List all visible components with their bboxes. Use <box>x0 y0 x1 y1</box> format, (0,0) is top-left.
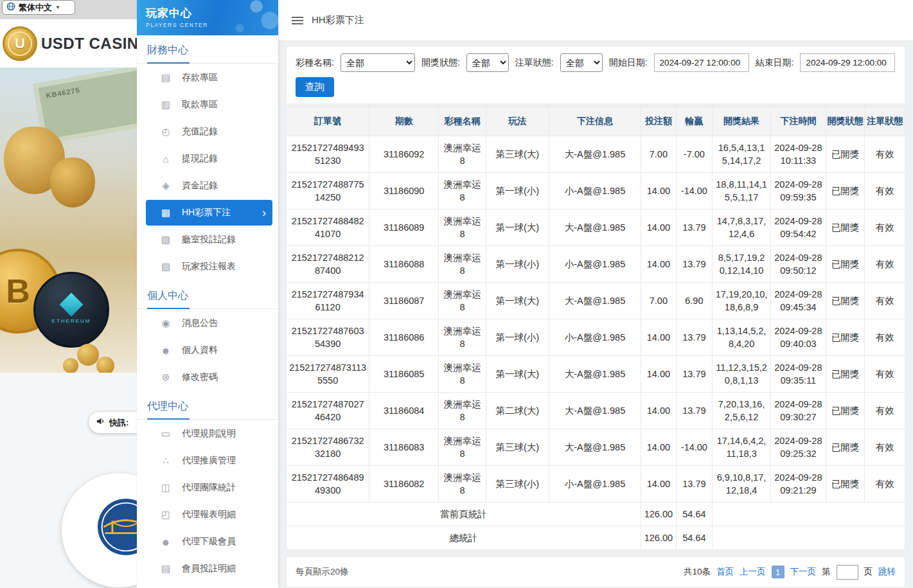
menu-section-title: 個人中心 <box>137 281 278 309</box>
cell-draw-status: 已開獎 <box>826 393 865 429</box>
sidebar-item-label: 提現記錄 <box>182 153 218 165</box>
lottery-bet-icon: ▦ <box>160 207 172 218</box>
sidebar-item-label: 玩家投注報表 <box>182 261 236 272</box>
ethereum-label: ETHEREUM <box>52 318 91 324</box>
sidebar-header: 玩家中心 PLAYERS CENTER <box>137 0 278 35</box>
sidebar-item-announcements[interactable]: ◉消息公告 <box>146 310 272 336</box>
menu-toggle-icon[interactable] <box>292 20 303 21</box>
prev-page-link[interactable]: 上一页 <box>740 566 766 578</box>
table-row: 215217274884824107031186089澳洲幸运8第一球(大)大-… <box>287 209 905 246</box>
sidebar-item-change-password[interactable]: ⊛修改密碼 <box>146 364 272 390</box>
lottery-filter-select[interactable]: 全部 <box>341 53 415 72</box>
chevron-right-icon: › <box>262 207 266 218</box>
sidebar-item-profile[interactable]: ☻個人資料 <box>146 337 272 363</box>
cell-order-status: 有效 <box>865 283 905 319</box>
sidebar-item-withdraw[interactable]: ▥取款專區 <box>146 92 272 118</box>
next-page-link[interactable]: 下一页 <box>790 566 817 578</box>
sidebar-subtitle: PLAYERS CENTER <box>146 22 278 28</box>
sidebar-item-agent-promotion[interactable]: ∴代理推廣管理 <box>146 448 272 474</box>
sidebar-item-room-bet-record[interactable]: ▧廳室投註記錄 <box>146 227 272 253</box>
sidebar-item-recharge-record[interactable]: ◴充值記錄 <box>146 119 272 145</box>
table-row: 215217274882128740031186088澳洲幸运8第一球(小)小-… <box>287 246 905 283</box>
sidebar-item-agent-members[interactable]: ☻代理下級會員 <box>146 529 272 555</box>
cell-result: 7,20,13,16,2,5,6,12 <box>713 393 771 429</box>
cell-time: 2024-09-28 09:59:35 <box>770 173 826 209</box>
current-page-indicator[interactable]: 1 <box>772 566 784 578</box>
sidebar-item-label: 消息公告 <box>182 317 218 329</box>
filter-panel: 彩種名稱: 全部 開獎狀態: 全部 注單狀態: 全部 開始日期: 結束日期: 查… <box>286 46 905 104</box>
table-row: 215217274873113555031186085澳洲幸运8第一球(大)大-… <box>287 356 905 393</box>
page-summary-row: 當前頁統計 126.00 54.64 <box>287 503 905 526</box>
sidebar-item-withdrawal-record[interactable]: ⌂提現記錄 <box>146 146 272 172</box>
page-summary-label: 當前頁統計 <box>287 503 641 526</box>
sidebar-item-label: 廳室投註記錄 <box>182 234 236 245</box>
cell-bet-info: 大-A盤@1.985 <box>549 356 641 393</box>
cell-order-status: 有效 <box>865 356 905 393</box>
page-summary-empty <box>713 503 905 526</box>
cell-result: 6,9,10,8,17,12,18,4 <box>713 466 771 503</box>
sidebar-item-label: 代理報表明細 <box>182 509 236 521</box>
first-page-link[interactable]: 首页 <box>716 566 734 578</box>
cell-time: 2024-09-28 09:45:34 <box>770 283 826 319</box>
cell-order-status: 有效 <box>865 246 905 283</box>
cell-order: 2152172748949351230 <box>287 136 369 173</box>
cell-draw-status: 已開獎 <box>826 466 865 503</box>
language-selector[interactable]: 繁体中文 ▼ <box>2 0 75 15</box>
money-bag-image <box>50 157 95 208</box>
sidebar-item-member-transaction-detail[interactable]: ▭會員交易明細 <box>146 583 272 588</box>
column-header: 下注時間 <box>770 107 826 136</box>
cell-result: 8,5,17,19,20,12,14,10 <box>713 246 771 283</box>
sidebar-item-member-bet-detail[interactable]: ▤會員投註明細 <box>146 556 272 582</box>
news-ticker[interactable]: 快訊: <box>89 412 137 433</box>
cell-play: 第二球(大) <box>486 393 549 429</box>
sidebar-item-funds-record[interactable]: ◈資金記錄 <box>146 173 272 199</box>
bets-table: 訂單號期數彩種名稱玩法下注信息投注額輸贏開獎結果下注時間開獎狀態注單狀態 215… <box>286 107 905 550</box>
column-header: 投注額 <box>641 107 677 136</box>
cell-draw-status: 已開獎 <box>826 283 865 319</box>
cell-order: 2152172748648949300 <box>287 466 369 503</box>
cell-period: 31186090 <box>369 173 439 209</box>
column-header: 下注信息 <box>549 107 641 136</box>
sidebar-item-label: 個人資料 <box>182 344 218 356</box>
cell-time: 2024-09-28 09:40:03 <box>770 319 826 356</box>
end-date-input[interactable] <box>800 53 895 72</box>
cell-order-status: 有效 <box>865 173 905 209</box>
cell-play: 第一球(小) <box>486 319 549 356</box>
cell-period: 31186083 <box>369 429 439 466</box>
cell-amount: 7.00 <box>641 136 677 173</box>
sidebar-item-agent-rules[interactable]: ▭代理規則說明 <box>146 421 272 447</box>
cell-bet-info: 大-A盤@1.985 <box>549 393 641 429</box>
draw-status-filter-select[interactable]: 全部 <box>466 53 509 72</box>
cell-draw-status: 已開獎 <box>826 136 865 173</box>
sidebar-item-deposit[interactable]: ▤存款專區 <box>146 65 272 91</box>
cell-time: 2024-09-28 09:25:32 <box>770 429 826 466</box>
jump-suffix-label: 页 <box>864 566 873 578</box>
cell-order-status: 有效 <box>865 209 905 246</box>
cell-order: 2152172748821287400 <box>287 246 369 283</box>
sidebar-item-hh-lottery-bet[interactable]: ▦HH彩票下注› <box>146 200 272 226</box>
sidebar-item-agent-team-stats[interactable]: ◫代理團隊統計 <box>146 475 272 501</box>
column-header: 輸贏 <box>676 107 713 136</box>
jump-button[interactable]: 跳转 <box>878 566 896 578</box>
page-summary-winloss: 54.64 <box>676 503 713 526</box>
chart-icon: ◫ <box>160 482 172 494</box>
cell-amount: 14.00 <box>641 246 677 283</box>
cell-lottery: 澳洲幸运8 <box>439 429 486 466</box>
sidebar-item-agent-report-detail[interactable]: ◰代理報表明細 <box>146 502 272 528</box>
cell-bet-info: 大-A盤@1.985 <box>549 283 641 319</box>
order-status-filter-select[interactable]: 全部 <box>560 53 603 72</box>
cell-lottery: 澳洲幸运8 <box>439 466 486 503</box>
cell-play: 第一球(小) <box>486 173 549 209</box>
filter-row: 彩種名稱: 全部 開獎狀態: 全部 注單狀態: 全部 開始日期: 結束日期: <box>296 53 896 72</box>
cell-bet-info: 大-A盤@1.985 <box>549 429 641 466</box>
page-jump-input[interactable] <box>837 565 858 580</box>
cell-draw-status: 已開獎 <box>826 356 865 393</box>
bell-icon: ◉ <box>160 317 172 329</box>
start-date-input[interactable] <box>654 53 749 72</box>
menu-section-title: 代理中心 <box>137 391 278 420</box>
sidebar-item-player-bet-report[interactable]: ▨玩家投注報表 <box>146 254 272 280</box>
site-logo: U USDT CASINO <box>0 19 137 67</box>
search-button[interactable]: 查詢 <box>296 77 334 97</box>
cell-bet-info: 小-A盤@1.985 <box>549 246 641 283</box>
site-logo-text: USDT CASINO <box>41 35 137 53</box>
